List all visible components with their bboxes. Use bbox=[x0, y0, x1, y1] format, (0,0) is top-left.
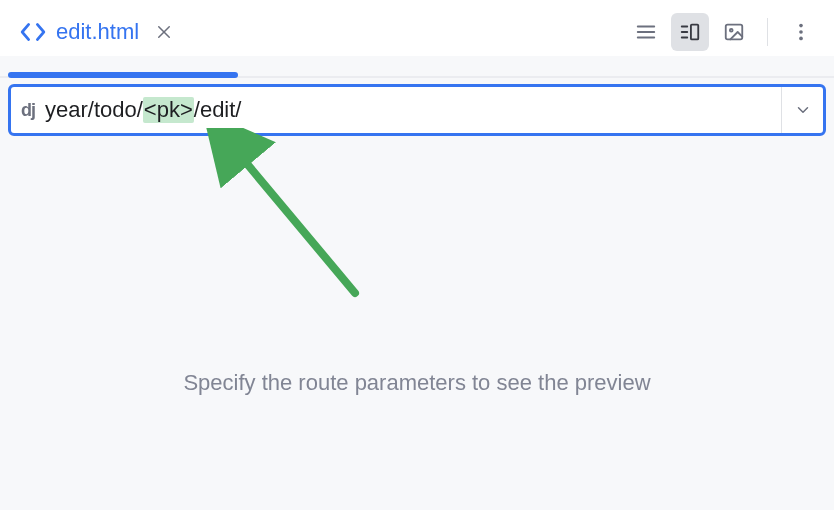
route-path-before: year/todo/ bbox=[45, 97, 143, 123]
route-input-container: dj year/todo/ <pk> /edit/ bbox=[8, 84, 826, 136]
code-file-icon bbox=[20, 19, 46, 45]
preview-empty-message: Specify the route parameters to see the … bbox=[183, 370, 650, 396]
django-prefix-label: dj bbox=[11, 87, 45, 133]
svg-rect-9 bbox=[726, 25, 743, 40]
svg-rect-8 bbox=[691, 25, 698, 40]
route-input[interactable]: year/todo/ <pk> /edit/ bbox=[45, 87, 781, 133]
active-tab-indicator bbox=[8, 72, 238, 78]
route-parameter: <pk> bbox=[143, 97, 194, 123]
list-view-button[interactable] bbox=[627, 13, 665, 51]
tab-bar-left: edit.html bbox=[14, 9, 179, 55]
route-path-after: /edit/ bbox=[194, 97, 242, 123]
more-options-button[interactable] bbox=[782, 13, 820, 51]
close-icon[interactable] bbox=[155, 23, 173, 41]
chevron-down-icon bbox=[794, 101, 812, 119]
route-dropdown-button[interactable] bbox=[781, 87, 823, 133]
svg-point-11 bbox=[799, 24, 803, 28]
svg-point-10 bbox=[730, 29, 733, 32]
tab-bar-right bbox=[627, 13, 820, 51]
split-view-button[interactable] bbox=[671, 13, 709, 51]
svg-point-12 bbox=[799, 30, 803, 34]
tab-bar: edit.html bbox=[0, 0, 834, 56]
image-view-button[interactable] bbox=[715, 13, 753, 51]
tab-label: edit.html bbox=[56, 19, 139, 45]
preview-area: Specify the route parameters to see the … bbox=[0, 136, 834, 510]
svg-point-13 bbox=[799, 37, 803, 41]
toolbar-divider bbox=[767, 18, 768, 46]
file-tab[interactable]: edit.html bbox=[14, 9, 179, 55]
